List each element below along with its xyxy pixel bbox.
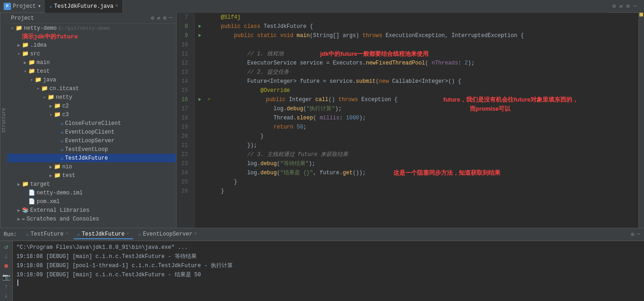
config-icon[interactable]: ⚙ — [627, 3, 630, 10]
tel-icon: ☕ — [60, 146, 64, 153]
annotation-15: @Override — [208, 86, 290, 95]
sidebar-item-target[interactable]: ▶ 📁 target — [7, 180, 176, 188]
run-tab-tjf-close[interactable]: × — [127, 231, 129, 236]
code-line-12: ExecutorService service = Executors.newF… — [199, 59, 639, 68]
editor-tab-close[interactable]: × — [115, 4, 118, 9]
fn-17: debug — [287, 104, 303, 113]
fn-24b: get — [343, 168, 353, 177]
sidebar-item-elclient[interactable]: ☕ EventLoopClient — [7, 128, 176, 136]
tree-root[interactable]: ▾ 📁 netty-demo E:/git/netty-demo — [7, 24, 176, 32]
code-18c: ( — [313, 113, 319, 123]
code-18d: : — [339, 113, 346, 123]
run-tab-testjdkfuture[interactable]: ☕ TestJdkFuture × — [74, 230, 133, 239]
code-line-25: } — [199, 177, 639, 187]
sidebar-item-cn-itcast[interactable]: ▾ 📁 cn.itcast — [7, 84, 176, 93]
main-content: Structure Project ⚙ ⇄ ⚙ — ▾ 📁 netty-demo… — [0, 13, 644, 228]
editor-tab-active[interactable]: ☕ TestJdkFuture.java × — [45, 0, 123, 13]
code-line-15: @Override — [199, 86, 639, 95]
cf-label: CloseFutureClient — [65, 120, 121, 127]
code-line-11: // 1. 线程池 jdk中的future一般都要结合线程池来使用 — [199, 49, 639, 59]
minimize-icon-2[interactable]: — — [169, 15, 172, 22]
type-12: ExecutorService — [247, 59, 296, 68]
code-23b: ( — [277, 159, 280, 168]
sidebar-item-java[interactable]: ▾ 📁 java — [7, 75, 176, 84]
tel-label: TestEventLoop — [65, 146, 108, 153]
code-14 — [208, 77, 247, 86]
run-tab-els-close[interactable]: × — [194, 231, 197, 236]
code-line-10 — [199, 40, 639, 49]
sidebar-item-testjdkfuture[interactable]: ☕ TestJdkFuture — [7, 154, 176, 162]
editor-tab-bar: ☕ TestJdkFuture.java × — [45, 0, 609, 13]
ts-arrow: ▶ — [48, 173, 54, 178]
minimize-icon[interactable]: — — [633, 3, 637, 10]
code-21: }); — [208, 141, 257, 150]
run-tab-tf-close[interactable]: × — [65, 231, 68, 236]
settings-icon[interactable]: ⚙ — [612, 3, 616, 10]
sidebar-item-extlibs[interactable]: ▶ 📚 External Libraries — [7, 206, 176, 215]
run-minimize-icon[interactable]: — — [637, 231, 640, 238]
line-9: 9 — [177, 31, 191, 40]
sidebar-item-iml[interactable]: 📄 netty-demo.iml — [7, 188, 176, 197]
run-tabs: Run: ☕ TestFuture × ☕ TestJdkFuture × ☕ … — [0, 228, 644, 241]
settings-icon-2[interactable]: ⚙ — [163, 15, 166, 22]
code-editor[interactable]: @Slf4j ▶ public class TestJdkFuture { ▶ … — [195, 13, 639, 228]
num-12: 2 — [465, 59, 468, 68]
src-arrow: ▾ — [16, 51, 22, 57]
sig-9: ( — [310, 31, 313, 40]
ex-16: Exception — [361, 95, 391, 104]
cursor-line — [16, 280, 640, 286]
code-23c: ); — [309, 159, 315, 168]
line-24: 24 — [177, 168, 191, 177]
cn-label: cn.itcast — [49, 86, 79, 92]
sidebar-item-netty[interactable]: ▾ 📁 netty — [7, 93, 176, 102]
run-tab-eventloopserver[interactable]: ☕ EventLoopServer × — [135, 230, 201, 239]
run-camera-btn[interactable]: 📷 — [2, 273, 11, 281]
sidebar-item-testeventloop[interactable]: ☕ TestEventLoop — [7, 145, 176, 154]
type-18: Thread — [274, 113, 293, 123]
sidebar-item-test[interactable]: ▾ 📁 test — [7, 67, 176, 75]
sidebar-item-nio[interactable]: ▶ 📁 nio — [7, 162, 176, 171]
sidebar-item-closefuture[interactable]: ☕ CloseFutureClient — [7, 119, 176, 128]
sidebar-item-src[interactable]: ▾ 📁 src — [7, 49, 176, 58]
code-line-17: log.debug("执行计算"); 而promise可以 — [199, 104, 639, 113]
code-line-20: } — [199, 132, 639, 141]
run-tab-testfuture[interactable]: ☕ TestFuture × — [22, 230, 72, 239]
gear-icon[interactable]: ⚙ — [151, 15, 154, 22]
run-down-btn[interactable]: ↓ — [2, 253, 11, 260]
num-18: 1000 — [346, 113, 360, 123]
run-stop-btn[interactable]: ◼ — [2, 262, 11, 269]
c2-arrow: ▶ — [48, 103, 54, 109]
run-content: ↺ ↓ ◼ 📷 ↑ ↓ "C:\Program Files\Java\jdk1.… — [0, 241, 644, 301]
sidebar-item-pom[interactable]: 📄 pom.xml — [7, 197, 176, 206]
code-14e: ( — [376, 77, 379, 86]
run-line-0: "C:\Program Files\Java\jdk1.8.0_91\bin\j… — [16, 243, 640, 252]
sidebar-item-idea[interactable]: ▶ 📁 .idea — [7, 41, 176, 49]
code-16b — [312, 95, 315, 104]
target-arrow: ▶ — [16, 182, 22, 187]
sidebar-item-c2[interactable]: ▶ 📁 c2 — [7, 102, 176, 110]
run-play-btn[interactable]: ↺ — [2, 243, 11, 251]
project-header[interactable]: P Project ▾ — [4, 3, 41, 10]
sidebar-header: Project ⚙ ⇄ ⚙ — — [7, 13, 176, 24]
sidebar-item-test-sub[interactable]: ▶ 📁 test — [7, 171, 176, 180]
line-25: 25 — [177, 177, 191, 187]
line-22: 22 — [177, 150, 191, 159]
expand-icon[interactable]: ⇄ — [157, 15, 160, 22]
run-line-2: 19:18:08 [DEBUG] [pool-1-thread-1] c.i.n… — [16, 261, 640, 270]
nio-label: nio — [62, 164, 72, 170]
code-14d: > future = service. — [293, 77, 356, 86]
sidebar-item-scratches[interactable]: ▶ ✏ Scratches and Consoles — [7, 215, 176, 223]
run-down2-btn[interactable]: ↓ — [2, 292, 11, 299]
type-16: Integer — [289, 95, 312, 104]
code-12 — [208, 59, 247, 68]
sidebar-item-c3[interactable]: ▾ 📁 c3 — [7, 110, 176, 119]
project-dropdown[interactable]: ▾ — [38, 3, 41, 10]
sidebar-item-elserver[interactable]: ☕ EventLoopServer — [7, 136, 176, 145]
run-up-btn[interactable]: ↑ — [2, 283, 11, 290]
sidebar-item-main[interactable]: ▶ 📁 main — [7, 58, 176, 67]
arr-9: [] args) — [333, 31, 363, 40]
switch-icon[interactable]: ⇄ — [619, 3, 623, 10]
fn-23: debug — [260, 159, 277, 168]
main-label: main — [37, 59, 50, 66]
run-settings-icon[interactable]: ⚙ — [631, 231, 634, 238]
